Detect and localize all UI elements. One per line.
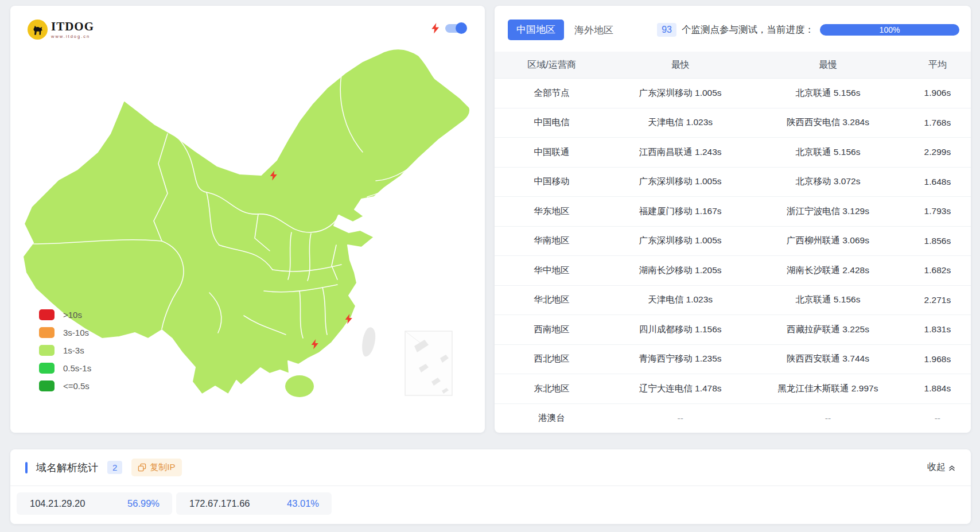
cell-average: 1.831s — [904, 324, 971, 335]
legend-label: 0.5s-1s — [63, 363, 91, 373]
divider — [10, 486, 971, 486]
cell-fastest: 广东深圳移动 1.005s — [609, 235, 752, 247]
table-row: 华北地区 天津电信 1.023s 北京联通 5.156s 2.271s — [495, 286, 971, 316]
hainan-island — [285, 375, 314, 397]
ip-percent: 43.01% — [287, 498, 319, 509]
cell-region: 全部节点 — [495, 87, 609, 99]
cell-fastest: 江西南昌联通 1.243s — [609, 146, 752, 158]
map-mode-toggle[interactable] — [445, 24, 466, 33]
cell-region: 中国移动 — [495, 176, 609, 188]
cell-region: 港澳台 — [495, 412, 609, 424]
copy-ip-button[interactable]: 复制IP — [131, 459, 181, 476]
cell-fastest: 广东深圳移动 1.005s — [609, 87, 752, 99]
cell-fastest: 福建厦门移动 1.167s — [609, 205, 752, 218]
cell-slowest: 广西柳州联通 3.069s — [752, 235, 904, 247]
table-row: 东北地区 辽宁大连电信 1.478s 黑龙江佳木斯联通 2.997s 1.884… — [495, 374, 971, 404]
cell-average: 1.648s — [904, 177, 971, 187]
table-row: 西北地区 青海西宁移动 1.235s 陕西西安联通 3.744s 1.968s — [495, 345, 971, 375]
cell-fastest: 天津电信 1.023s — [609, 294, 752, 306]
itdog-logo: ITDOG www.itdog.cn — [28, 20, 94, 40]
cell-slowest: 西藏拉萨联通 3.225s — [752, 324, 904, 336]
dns-count-badge: 2 — [107, 461, 122, 474]
progress-value: 100% — [880, 25, 900, 34]
legend-item: <=0.5s — [39, 377, 91, 395]
legend-item: 1s-3s — [39, 341, 91, 359]
legend-label: 1s-3s — [63, 345, 84, 355]
legend-item: 3s-10s — [39, 324, 91, 341]
tab-overseas-region[interactable]: 海外地区 — [574, 24, 613, 37]
accent-bar — [25, 462, 28, 473]
latency-legend: >10s 3s-10s 1s-3s 0.5s-1s <=0.5s — [39, 306, 91, 395]
south-china-sea-inset — [405, 331, 452, 395]
cell-average: 1.968s — [904, 354, 971, 364]
collapse-button[interactable]: 收起 — [927, 461, 956, 473]
cell-region: 西北地区 — [495, 353, 609, 365]
ip-chip[interactable]: 104.21.29.20 56.99% — [17, 492, 172, 515]
legend-swatch — [39, 363, 55, 374]
table-row: 中国电信 天津电信 1.023s 陕西西安电信 3.284s 1.768s — [495, 108, 971, 138]
cell-average: 1.906s — [904, 88, 971, 98]
legend-label: <=0.5s — [63, 381, 90, 391]
results-panel: 中国地区 海外地区 93 个监测点参与测试，当前进度： 100% 区域/运营商 … — [495, 6, 971, 433]
legend-label: 3s-10s — [63, 328, 89, 337]
collapse-label: 收起 — [927, 461, 946, 473]
ip-percent: 56.99% — [127, 498, 160, 509]
cell-region: 西南地区 — [495, 324, 609, 336]
map-controls — [431, 23, 466, 34]
cell-region: 华南地区 — [495, 235, 609, 247]
results-table: 区域/运营商 最快 最慢 平均 全部节点 广东深圳移动 1.005s 北京联通 … — [495, 52, 971, 433]
cell-average: -- — [904, 413, 971, 424]
legend-swatch — [39, 327, 55, 338]
tab-china-region[interactable]: 中国地区 — [508, 20, 564, 40]
legend-swatch — [39, 380, 55, 391]
dns-header: 域名解析统计 2 复制IP 收起 — [10, 449, 971, 486]
cell-average: 2.271s — [904, 295, 971, 305]
dns-title: 域名解析统计 — [36, 461, 98, 475]
cell-fastest: 四川成都移动 1.156s — [609, 324, 752, 336]
cell-slowest: 北京联通 5.156s — [752, 146, 904, 158]
table-row: 港澳台 -- -- -- — [495, 404, 971, 433]
progress-text: 个监测点参与测试，当前进度： — [682, 24, 814, 36]
cell-slowest: -- — [752, 413, 904, 424]
toggle-knob — [456, 22, 467, 34]
cell-slowest: 陕西西安电信 3.284s — [752, 117, 904, 129]
cell-average: 1.884s — [904, 383, 971, 394]
ip-chip[interactable]: 172.67.171.66 43.01% — [176, 492, 332, 515]
ip-address: 172.67.171.66 — [189, 498, 250, 509]
copy-ip-label: 复制IP — [150, 462, 175, 473]
legend-item: >10s — [39, 306, 91, 324]
legend-swatch — [39, 309, 55, 320]
col-header-average: 平均 — [904, 59, 971, 71]
map-panel: ITDOG www.itdog.cn — [10, 6, 485, 433]
cell-average: 1.768s — [904, 118, 971, 128]
legend-label: >10s — [63, 310, 82, 320]
cell-fastest: 辽宁大连电信 1.478s — [609, 383, 752, 395]
logo-subtitle: www.itdog.cn — [51, 34, 94, 39]
table-row: 中国联通 江西南昌联通 1.243s 北京联通 5.156s 2.299s — [495, 138, 971, 168]
cell-region: 东北地区 — [495, 383, 609, 395]
cell-slowest: 北京联通 5.156s — [752, 87, 904, 99]
cell-region: 华北地区 — [495, 294, 609, 306]
table-row: 华东地区 福建厦门移动 1.167s 浙江宁波电信 3.129s 1.793s — [495, 197, 971, 227]
table-header-row: 区域/运营商 最快 最慢 平均 — [495, 52, 971, 79]
cell-fastest: 青海西宁移动 1.235s — [609, 353, 752, 365]
cell-slowest: 北京联通 5.156s — [752, 294, 904, 306]
col-header-fastest: 最快 — [609, 59, 752, 71]
ip-address: 104.21.29.20 — [30, 498, 85, 509]
logo-title: ITDOG — [51, 21, 94, 33]
lightning-icon — [431, 23, 440, 34]
cell-slowest: 陕西西安联通 3.744s — [752, 353, 904, 365]
taiwan-island — [362, 327, 375, 356]
cell-fastest: 天津电信 1.023s — [609, 117, 752, 129]
cell-average: 1.856s — [904, 236, 971, 246]
cell-fastest: 广东深圳移动 1.005s — [609, 176, 752, 188]
resolved-ip-list: 104.21.29.20 56.99% 172.67.171.66 43.01% — [10, 492, 971, 515]
cell-slowest: 黑龙江佳木斯联通 2.997s — [752, 383, 904, 395]
cell-slowest: 浙江宁波电信 3.129s — [752, 205, 904, 218]
cell-region: 华中地区 — [495, 265, 609, 277]
cell-region: 中国联通 — [495, 146, 609, 158]
page: ITDOG www.itdog.cn — [0, 0, 980, 532]
cell-average: 1.682s — [904, 265, 971, 275]
cell-fastest: -- — [609, 413, 752, 424]
cell-slowest: 北京移动 3.072s — [752, 176, 904, 188]
